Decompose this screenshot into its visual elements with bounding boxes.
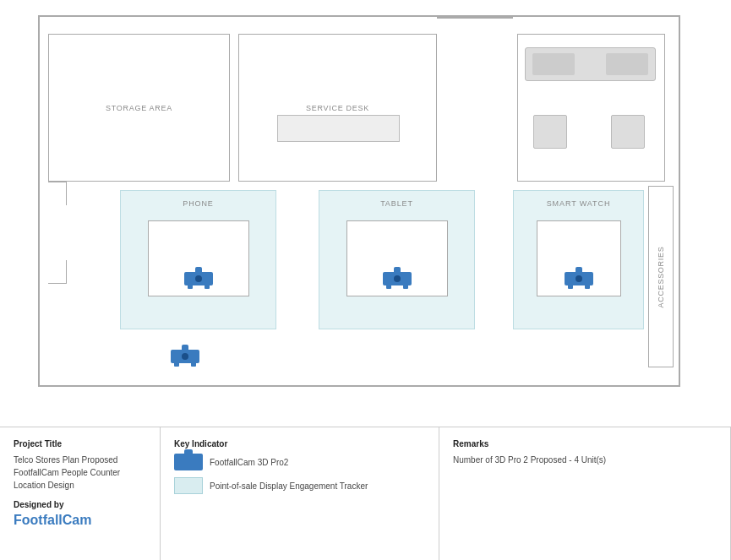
legend-key-indicator: Key Indicator FootfallCam 3D Pro2 Point-… <box>161 427 439 560</box>
page: STORAGE AREA SERVICE DESK ACCESSORIES <box>0 0 731 560</box>
accessories-label: ACCESSORIES <box>657 246 665 307</box>
key-camera-icon <box>174 454 203 470</box>
floorplan: STORAGE AREA SERVICE DESK ACCESSORIES <box>0 0 731 427</box>
key-zone-icon <box>174 477 203 494</box>
chair-right <box>611 115 645 149</box>
key-item-zone: Point-of-sale Display Engagement Tracker <box>174 477 425 494</box>
corridor-bottom <box>48 260 67 284</box>
phone-counter <box>148 220 249 296</box>
service-desk-furniture <box>277 115 400 142</box>
zone-phone: PHONE <box>120 190 276 329</box>
smartwatch-camera <box>565 267 593 285</box>
store-boundary: STORAGE AREA SERVICE DESK ACCESSORIES <box>38 15 680 387</box>
tablet-counter <box>346 220 448 296</box>
key-item-camera: FootfallCam 3D Pro2 <box>174 454 425 470</box>
standalone-camera <box>171 345 199 363</box>
zone-smartwatch: SMART WATCH <box>513 190 644 329</box>
tablet-label: TABLET <box>380 199 413 208</box>
phone-camera <box>184 267 213 285</box>
top-notch-line <box>437 17 513 19</box>
project-title-text: Telco Stores Plan Proposed FootfallCam P… <box>14 454 146 492</box>
legend-remarks: Remarks Number of 3D Pro 2 Proposed - 4 … <box>439 427 731 560</box>
corridor-top <box>48 182 67 205</box>
designed-by-label: Designed by <box>14 500 146 509</box>
key-zone-label: Point-of-sale Display Engagement Tracker <box>210 481 368 491</box>
sofa <box>525 47 656 81</box>
brand-logo: FootfallCam <box>14 513 146 528</box>
room-service: SERVICE DESK <box>238 34 437 182</box>
room-storage: STORAGE AREA <box>48 34 230 182</box>
phone-label: PHONE <box>183 199 214 208</box>
tablet-camera <box>383 267 412 285</box>
legend-project: Project Title Telco Stores Plan Proposed… <box>0 427 161 560</box>
room-accessories: ACCESSORIES <box>648 186 674 367</box>
room-consulting <box>517 34 665 182</box>
key-camera-label: FootfallCam 3D Pro2 <box>210 458 288 467</box>
remarks-label: Remarks <box>453 439 717 449</box>
chair-left <box>533 115 567 149</box>
legend: Project Title Telco Stores Plan Proposed… <box>0 427 731 560</box>
storage-label: STORAGE AREA <box>106 104 172 112</box>
service-label: SERVICE DESK <box>306 104 369 112</box>
smartwatch-label: SMART WATCH <box>547 199 611 208</box>
zone-tablet: TABLET <box>319 190 475 329</box>
key-indicator-label: Key Indicator <box>174 439 425 449</box>
remarks-text: Number of 3D Pro 2 Proposed - 4 Unit(s) <box>453 454 717 466</box>
project-title-label: Project Title <box>14 439 146 449</box>
smartwatch-counter <box>537 220 621 296</box>
